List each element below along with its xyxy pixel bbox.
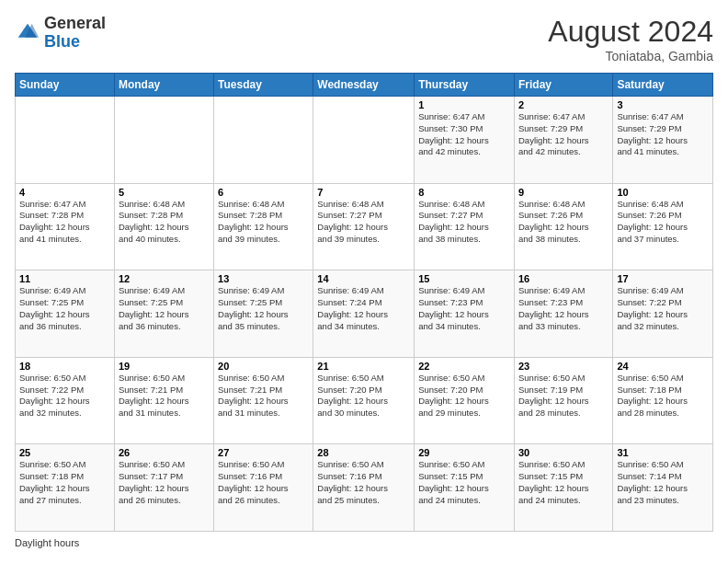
day-number: 24	[617, 361, 709, 372]
calendar-week-row: 4Sunrise: 6:47 AM Sunset: 7:28 PM Daylig…	[16, 183, 713, 270]
day-number: 13	[218, 273, 309, 284]
calendar-cell: 17Sunrise: 6:49 AM Sunset: 7:22 PM Dayli…	[613, 270, 713, 358]
day-info: Sunrise: 6:47 AM Sunset: 7:30 PM Dayligh…	[418, 111, 510, 158]
day-number: 15	[418, 273, 510, 284]
calendar-cell: 7Sunrise: 6:48 AM Sunset: 7:27 PM Daylig…	[313, 183, 415, 270]
day-number: 25	[19, 447, 110, 458]
day-number: 23	[518, 361, 609, 372]
day-info: Sunrise: 6:50 AM Sunset: 7:21 PM Dayligh…	[119, 373, 210, 419]
day-info: Sunrise: 6:48 AM Sunset: 7:26 PM Dayligh…	[518, 199, 609, 246]
logo-icon	[15, 20, 40, 46]
calendar-cell: 8Sunrise: 6:48 AM Sunset: 7:27 PM Daylig…	[415, 183, 515, 270]
day-number: 3	[617, 99, 709, 110]
calendar-cell: 22Sunrise: 6:50 AM Sunset: 7:20 PM Dayli…	[415, 357, 515, 444]
calendar-cell	[114, 97, 213, 184]
day-number: 20	[218, 361, 309, 372]
calendar-cell: 23Sunrise: 6:50 AM Sunset: 7:19 PM Dayli…	[514, 357, 612, 444]
day-number: 5	[119, 187, 210, 198]
day-number: 7	[317, 187, 410, 198]
day-number: 8	[418, 187, 510, 198]
day-info: Sunrise: 6:48 AM Sunset: 7:26 PM Dayligh…	[617, 199, 709, 246]
day-info: Sunrise: 6:49 AM Sunset: 7:24 PM Dayligh…	[317, 285, 410, 332]
day-info: Sunrise: 6:48 AM Sunset: 7:27 PM Dayligh…	[418, 199, 510, 246]
day-info: Sunrise: 6:47 AM Sunset: 7:29 PM Dayligh…	[617, 111, 709, 158]
calendar-cell: 26Sunrise: 6:50 AM Sunset: 7:17 PM Dayli…	[114, 444, 213, 532]
day-info: Sunrise: 6:48 AM Sunset: 7:28 PM Dayligh…	[218, 199, 309, 246]
day-info: Sunrise: 6:49 AM Sunset: 7:25 PM Dayligh…	[218, 285, 309, 332]
col-monday: Monday	[114, 74, 213, 97]
day-info: Sunrise: 6:48 AM Sunset: 7:28 PM Dayligh…	[119, 199, 210, 246]
day-info: Sunrise: 6:50 AM Sunset: 7:18 PM Dayligh…	[617, 373, 709, 419]
day-info: Sunrise: 6:50 AM Sunset: 7:22 PM Dayligh…	[19, 373, 110, 419]
day-number: 11	[19, 273, 110, 284]
day-info: Sunrise: 6:47 AM Sunset: 7:28 PM Dayligh…	[19, 199, 110, 246]
day-number: 12	[119, 273, 210, 284]
calendar-cell: 2Sunrise: 6:47 AM Sunset: 7:29 PM Daylig…	[514, 97, 612, 184]
day-info: Sunrise: 6:49 AM Sunset: 7:23 PM Dayligh…	[418, 285, 510, 332]
calendar-week-row: 11Sunrise: 6:49 AM Sunset: 7:25 PM Dayli…	[16, 270, 713, 358]
day-info: Sunrise: 6:50 AM Sunset: 7:15 PM Dayligh…	[418, 459, 510, 506]
calendar-cell	[214, 97, 313, 184]
calendar-cell: 5Sunrise: 6:48 AM Sunset: 7:28 PM Daylig…	[114, 183, 213, 270]
day-info: Sunrise: 6:49 AM Sunset: 7:25 PM Dayligh…	[119, 285, 210, 332]
day-info: Sunrise: 6:50 AM Sunset: 7:16 PM Dayligh…	[317, 459, 410, 506]
calendar-cell: 20Sunrise: 6:50 AM Sunset: 7:21 PM Dayli…	[214, 357, 313, 444]
day-info: Sunrise: 6:50 AM Sunset: 7:18 PM Dayligh…	[19, 459, 110, 506]
calendar-cell	[16, 97, 115, 184]
day-info: Sunrise: 6:49 AM Sunset: 7:22 PM Dayligh…	[617, 285, 709, 332]
calendar-cell: 14Sunrise: 6:49 AM Sunset: 7:24 PM Dayli…	[313, 270, 415, 358]
calendar-cell: 25Sunrise: 6:50 AM Sunset: 7:18 PM Dayli…	[16, 444, 115, 532]
day-number: 18	[19, 361, 110, 372]
day-number: 14	[317, 273, 410, 284]
day-info: Sunrise: 6:50 AM Sunset: 7:21 PM Dayligh…	[218, 373, 309, 419]
day-number: 2	[518, 99, 609, 110]
calendar-week-row: 18Sunrise: 6:50 AM Sunset: 7:22 PM Dayli…	[16, 357, 713, 444]
day-number: 19	[119, 361, 210, 372]
day-number: 21	[317, 361, 410, 372]
calendar-week-row: 1Sunrise: 6:47 AM Sunset: 7:30 PM Daylig…	[16, 97, 713, 184]
day-number: 29	[418, 447, 510, 458]
month-year: August 2024	[548, 15, 713, 49]
calendar-cell: 4Sunrise: 6:47 AM Sunset: 7:28 PM Daylig…	[16, 183, 115, 270]
day-info: Sunrise: 6:47 AM Sunset: 7:29 PM Dayligh…	[518, 111, 609, 158]
logo: GeneralBlue	[15, 15, 106, 52]
calendar-cell: 11Sunrise: 6:49 AM Sunset: 7:25 PM Dayli…	[16, 270, 115, 358]
calendar-cell: 24Sunrise: 6:50 AM Sunset: 7:18 PM Dayli…	[613, 357, 713, 444]
calendar-cell: 31Sunrise: 6:50 AM Sunset: 7:14 PM Dayli…	[613, 444, 713, 532]
title-block: August 2024 Toniataba, Gambia	[548, 15, 713, 63]
day-number: 10	[617, 187, 709, 198]
day-info: Sunrise: 6:50 AM Sunset: 7:17 PM Dayligh…	[119, 459, 210, 506]
calendar-cell: 19Sunrise: 6:50 AM Sunset: 7:21 PM Dayli…	[114, 357, 213, 444]
calendar-cell: 18Sunrise: 6:50 AM Sunset: 7:22 PM Dayli…	[16, 357, 115, 444]
day-number: 28	[317, 447, 410, 458]
col-tuesday: Tuesday	[214, 74, 313, 97]
footer: Daylight hours	[15, 537, 713, 548]
day-info: Sunrise: 6:50 AM Sunset: 7:20 PM Dayligh…	[418, 373, 510, 419]
day-number: 31	[617, 447, 709, 458]
calendar-cell: 3Sunrise: 6:47 AM Sunset: 7:29 PM Daylig…	[613, 97, 713, 184]
day-info: Sunrise: 6:50 AM Sunset: 7:14 PM Dayligh…	[617, 459, 709, 506]
day-info: Sunrise: 6:49 AM Sunset: 7:25 PM Dayligh…	[19, 285, 110, 332]
calendar-cell: 28Sunrise: 6:50 AM Sunset: 7:16 PM Dayli…	[313, 444, 415, 532]
header: GeneralBlue August 2024 Toniataba, Gambi…	[15, 15, 713, 63]
logo-text: GeneralBlue	[44, 15, 106, 52]
calendar-cell: 29Sunrise: 6:50 AM Sunset: 7:15 PM Dayli…	[415, 444, 515, 532]
day-number: 30	[518, 447, 609, 458]
calendar-cell: 30Sunrise: 6:50 AM Sunset: 7:15 PM Dayli…	[514, 444, 612, 532]
calendar-cell: 12Sunrise: 6:49 AM Sunset: 7:25 PM Dayli…	[114, 270, 213, 358]
day-info: Sunrise: 6:50 AM Sunset: 7:19 PM Dayligh…	[518, 373, 609, 419]
day-info: Sunrise: 6:50 AM Sunset: 7:16 PM Dayligh…	[218, 459, 309, 506]
calendar-header-row: Sunday Monday Tuesday Wednesday Thursday…	[16, 74, 713, 97]
day-info: Sunrise: 6:49 AM Sunset: 7:23 PM Dayligh…	[518, 285, 609, 332]
calendar-cell: 27Sunrise: 6:50 AM Sunset: 7:16 PM Dayli…	[214, 444, 313, 532]
col-friday: Friday	[514, 74, 612, 97]
day-number: 27	[218, 447, 309, 458]
calendar-week-row: 25Sunrise: 6:50 AM Sunset: 7:18 PM Dayli…	[16, 444, 713, 532]
calendar-cell: 6Sunrise: 6:48 AM Sunset: 7:28 PM Daylig…	[214, 183, 313, 270]
day-number: 4	[19, 187, 110, 198]
calendar-cell: 16Sunrise: 6:49 AM Sunset: 7:23 PM Dayli…	[514, 270, 612, 358]
day-number: 6	[218, 187, 309, 198]
day-number: 16	[518, 273, 609, 284]
col-thursday: Thursday	[415, 74, 515, 97]
calendar-cell: 15Sunrise: 6:49 AM Sunset: 7:23 PM Dayli…	[415, 270, 515, 358]
